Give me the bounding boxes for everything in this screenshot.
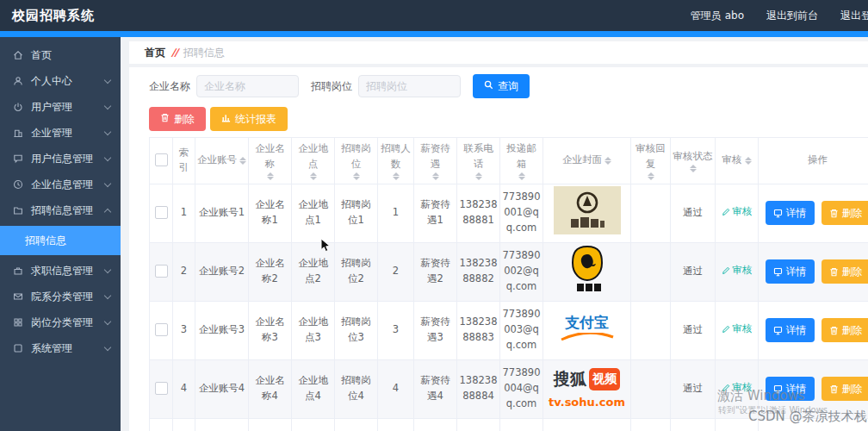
clock-icon — [13, 179, 26, 191]
cell-location: 企业地点1 — [292, 184, 335, 242]
col-header-label: 审核回复 — [633, 141, 668, 172]
select-all-checkbox[interactable] — [155, 153, 168, 166]
col-header-label: 招聘岗位 — [337, 141, 375, 172]
sidebar-item-home[interactable]: 首页 — [0, 42, 121, 68]
sort-caret-icon[interactable] — [518, 172, 525, 180]
cell-select — [150, 359, 173, 418]
sort-caret-icon[interactable] — [267, 172, 274, 180]
sidebar-item-company-info-management[interactable]: 企业信息管理 — [0, 172, 121, 197]
row-checkbox[interactable] — [155, 265, 168, 278]
cell-audit: 审核 — [716, 242, 759, 301]
sort-caret-icon[interactable] — [432, 172, 439, 180]
sidebar-item-personal-center[interactable]: 个人中心 — [0, 68, 121, 94]
cell-location: 企业地点4 — [292, 359, 335, 418]
main-table: 索引 企业账号 企业名称 企业地点 招聘岗位 招聘人数 薪资待遇 联系电话 投递… — [149, 137, 868, 431]
cell-email: 773890001@qq.com — [500, 184, 543, 242]
sort-caret-icon[interactable] — [475, 172, 482, 180]
row-checkbox[interactable] — [155, 323, 168, 336]
sidebar-item-label: 岗位分类管理 — [31, 315, 105, 330]
delete-button[interactable]: 删除 — [149, 107, 206, 131]
home-icon — [13, 50, 26, 61]
cell-index: 4 — [173, 359, 195, 418]
col-header-account: 企业账号 — [195, 138, 249, 184]
col-header-position: 招聘岗位 — [335, 138, 378, 184]
cell-cover — [543, 242, 631, 301]
logout-link[interactable]: 退出登录 — [840, 9, 868, 23]
sort-caret-icon[interactable] — [690, 165, 697, 172]
row-delete-button[interactable]: 删除 — [822, 318, 868, 342]
row-checkbox[interactable] — [155, 382, 168, 395]
top-navbar: 校园招聘系统 管理员 abo 退出到前台 退出登录 — [0, 0, 868, 31]
sidebar-item-recruit-info[interactable]: 招聘信息 — [0, 226, 121, 255]
chevron-down-icon — [104, 291, 111, 298]
sidebar-item-recruit-info-management[interactable]: 招聘信息管理 — [0, 197, 121, 223]
cell-email: 773890004@qq.com — [500, 359, 543, 418]
breadcrumb-current: 招聘信息 — [183, 46, 225, 60]
audit-link[interactable]: 审核 — [722, 263, 753, 278]
exit-to-front-link[interactable]: 退出到前台 — [766, 9, 818, 23]
sort-caret-icon[interactable] — [604, 157, 611, 165]
sidebar-item-label: 系统管理 — [31, 341, 105, 356]
sidebar-item-job-seek-management[interactable]: 求职信息管理 — [0, 258, 121, 284]
cell-account: 企业账号1 — [195, 184, 249, 242]
chevron-down-icon — [104, 102, 111, 109]
sidebar-item-post-category-management[interactable]: 岗位分类管理 — [0, 309, 121, 335]
row-delete-button[interactable]: 删除 — [822, 259, 868, 284]
cell-name: 企业名称4 — [249, 359, 292, 418]
cell-location — [292, 418, 335, 431]
sort-caret-icon[interactable] — [648, 172, 654, 180]
cell-ops: 详情 删除 — [759, 301, 868, 359]
chevron-down-icon — [104, 317, 111, 324]
sidebar-item-company-management[interactable]: 企业管理 — [0, 120, 121, 146]
col-header-name: 企业名称 — [249, 138, 292, 184]
audit-link[interactable]: 审核 — [722, 322, 753, 337]
detail-button[interactable]: 详情 — [766, 201, 815, 225]
sort-caret-icon[interactable] — [745, 157, 752, 165]
detail-button[interactable]: 详情 — [766, 259, 815, 284]
col-header-label: 企业地点 — [294, 141, 332, 172]
sort-caret-icon[interactable] — [353, 172, 360, 180]
cell-location: 企业地点3 — [292, 301, 335, 359]
col-header-label: 联系电话 — [459, 141, 498, 172]
cell-count: 2 — [378, 242, 414, 301]
cell-audit: 审核 — [716, 301, 759, 359]
detail-icon — [773, 267, 783, 277]
sidebar-item-user-info-management[interactable]: 用户信息管理 — [0, 146, 121, 172]
sort-caret-icon[interactable] — [239, 157, 246, 165]
cell-account: 企业账号3 — [195, 301, 249, 359]
sidebar-item-faculty-category-management[interactable]: 院系分类管理 — [0, 284, 121, 309]
row-checkbox[interactable] — [155, 206, 168, 219]
detail-button[interactable]: 详情 — [766, 318, 815, 342]
cell-index: 2 — [173, 242, 195, 301]
sidebar-item-system-management[interactable]: 系统管理 — [0, 335, 121, 361]
col-header-count: 招聘人数 — [378, 138, 414, 184]
table-row: 1 企业账号1 企业名称1 企业地点1 招聘岗位1 1 薪资待遇1 138238… — [150, 184, 868, 242]
cell-name: 企业名称3 — [249, 301, 292, 359]
row-delete-button[interactable]: 删除 — [822, 201, 868, 225]
cell-phone: 13823888881 — [457, 184, 500, 242]
company-name-input[interactable] — [196, 75, 299, 97]
sidebar-item-user-management[interactable]: 用户管理 — [0, 94, 121, 120]
breadcrumb-separator-icon: // — [171, 47, 177, 59]
trash-icon — [160, 113, 170, 125]
query-button[interactable]: 查询 — [473, 74, 530, 98]
sidebar-item-label: 企业信息管理 — [31, 178, 105, 192]
cell-ops: 详情 删除 — [759, 184, 868, 242]
stats-report-button[interactable]: 统计报表 — [210, 107, 288, 131]
breadcrumb-home[interactable]: 首页 — [145, 46, 165, 60]
col-header-label: 企业封面 — [562, 153, 602, 168]
audit-link[interactable]: 审核 — [722, 204, 753, 220]
recruit-position-input[interactable] — [358, 75, 461, 97]
sohu-video-badge: 视频 — [589, 368, 620, 390]
cell-salary: 薪资待遇2 — [414, 242, 457, 301]
app-title: 校园招聘系统 — [12, 8, 95, 24]
table-row: 3 企业账号3 企业名称3 企业地点3 招聘岗位3 3 薪资待遇3 138238… — [150, 301, 868, 359]
cell-name: 企业名称2 — [249, 242, 292, 301]
sort-caret-icon[interactable] — [393, 172, 400, 180]
cell-reply — [631, 418, 671, 431]
company-cover-badge — [562, 245, 612, 298]
col-header-location: 企业地点 — [292, 138, 335, 184]
sidebar-item-label: 招聘信息管理 — [31, 203, 105, 218]
row-delete-button[interactable]: 删除 — [822, 377, 868, 401]
sort-caret-icon[interactable] — [310, 172, 317, 180]
